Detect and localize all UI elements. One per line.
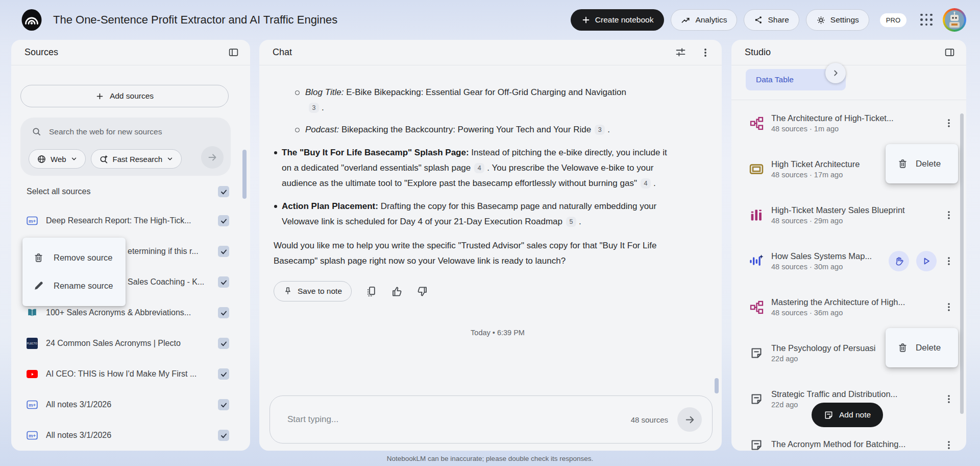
notebook-title[interactable]: The One-Sentence Profit Extractor and AI… (53, 13, 337, 27)
chat-sub-bullet: Blog Title: E-Bike Bikepacking: Essentia… (305, 85, 636, 115)
notebooklm-logo[interactable] (20, 9, 43, 31)
share-icon (754, 15, 763, 25)
source-checkbox[interactable] (218, 338, 229, 349)
studio-item[interactable]: The Architecture of High-Ticket...48 sou… (731, 100, 966, 146)
analytics-button[interactable]: Analytics (671, 9, 737, 31)
svg-text:m+: m+ (29, 402, 36, 408)
youtube-icon (27, 368, 38, 380)
pencil-icon (33, 281, 44, 291)
studio-panel: Studio Data Table The Architecture of Hi… (731, 40, 966, 451)
source-row[interactable]: AI CEO: THIS is How I'd Make My First ..… (11, 359, 250, 389)
frame-icon (749, 161, 764, 177)
gear-icon (816, 15, 826, 25)
source-checkbox[interactable] (218, 399, 229, 410)
sources-panel: Sources Add sources Search the web for n… (11, 40, 250, 451)
citation-badge[interactable]: 4 (474, 163, 484, 173)
web-search-card: Search the web for new sources Web Fast … (20, 118, 231, 176)
markdown-doc-icon: m+ (27, 430, 38, 441)
source-checkbox[interactable] (218, 276, 229, 288)
chevron-down-icon (70, 155, 78, 162)
chip-scroll-right-button[interactable] (825, 63, 846, 83)
select-all-label: Select all sources (27, 187, 90, 196)
note-icon (749, 437, 764, 451)
collapse-panel-icon[interactable] (944, 47, 955, 58)
pro-badge: PRO (880, 13, 906, 27)
more-options-icon[interactable] (944, 256, 954, 266)
research-mode-dropdown[interactable]: Fast Research (91, 149, 182, 169)
source-checkbox[interactable] (218, 246, 229, 257)
sources-panel-title: Sources (24, 47, 58, 58)
note-icon (749, 345, 764, 361)
citation-badge[interactable]: 5 (566, 217, 576, 227)
studio-item[interactable]: High-Ticket Mastery Sales Blueprint48 so… (731, 192, 966, 238)
sources-scrollbar[interactable] (242, 150, 247, 199)
play-icon[interactable] (916, 251, 937, 271)
copy-icon[interactable] (365, 286, 377, 297)
source-checkbox[interactable] (218, 368, 229, 380)
add-sources-button[interactable]: Add sources (20, 85, 229, 107)
top-bar: The One-Sentence Profit Extractor and AI… (0, 0, 980, 40)
settings-button[interactable]: Settings (806, 9, 869, 31)
source-count-label: 48 sources (631, 415, 668, 424)
share-button[interactable]: Share (744, 9, 799, 31)
remove-source-menu-item[interactable]: Remove source (22, 244, 126, 272)
delete-menu-item[interactable]: Delete (886, 328, 958, 367)
pin-icon (283, 287, 292, 296)
search-input[interactable]: Search the web for new sources (20, 118, 231, 136)
book-favicon (27, 307, 38, 318)
plus-icon (581, 15, 591, 25)
more-options-icon[interactable] (944, 394, 954, 404)
apps-grid-icon[interactable] (920, 14, 933, 27)
sparkle-search-icon (99, 154, 109, 164)
chat-bullet: Action Plan Placement: Drafting the copy… (282, 199, 679, 229)
more-options-icon[interactable] (944, 210, 954, 220)
more-options-icon[interactable] (700, 48, 710, 58)
chat-input[interactable]: Start typing... 48 sources (270, 395, 713, 444)
source-row[interactable]: m+ All notes 3/1/2026 (11, 420, 250, 451)
studio-scrollbar[interactable] (960, 113, 964, 414)
add-note-button[interactable]: Add note (812, 403, 883, 427)
send-button[interactable] (677, 407, 702, 432)
thumbs-down-icon[interactable] (416, 286, 428, 297)
chat-scrollbar[interactable] (715, 378, 719, 393)
search-placeholder: Search the web for new sources (49, 127, 162, 136)
svg-text:m+: m+ (29, 218, 36, 224)
citation-badge[interactable]: 3 (595, 125, 605, 135)
chat-input-placeholder: Start typing... (287, 414, 631, 425)
collapse-panel-icon[interactable] (228, 47, 239, 58)
avatar[interactable] (943, 8, 966, 32)
source-checkbox[interactable] (218, 215, 229, 226)
studio-item[interactable]: Mastering the Architecture of High...48 … (731, 284, 966, 330)
web-filter-dropdown[interactable]: Web (29, 149, 86, 169)
create-notebook-button[interactable]: Create notebook (571, 9, 665, 31)
chat-timestamp: Today • 6:39 PM (274, 325, 722, 340)
tune-icon[interactable] (675, 47, 686, 58)
flowchart-icon (749, 299, 764, 315)
citation-badge[interactable]: 3 (309, 103, 319, 113)
save-to-note-button[interactable]: Save to note (274, 281, 352, 301)
robot-avatar-image (945, 10, 964, 30)
source-checkbox[interactable] (218, 430, 229, 441)
studio-item[interactable]: How Sales Systems Map...48 sources · 30m… (731, 238, 966, 284)
disclaimer-text: NotebookLM can be inaccurate; please dou… (0, 455, 980, 462)
search-submit-button[interactable] (201, 146, 224, 169)
delete-menu-item[interactable]: Delete (886, 144, 958, 183)
chat-panel: Chat Blog Title: E-Bike Bikepacking: Ess… (259, 40, 722, 451)
source-row[interactable]: PLECTO 24 Common Sales Acronyms | Plecto (11, 328, 250, 359)
source-context-menu: Remove source Rename source (22, 238, 126, 306)
more-options-icon[interactable] (944, 440, 954, 450)
source-row[interactable]: m+ Deep Research Report: The High-Tick..… (11, 205, 250, 236)
source-row[interactable]: m+ All notes 3/1/2026 (11, 389, 250, 420)
thumbs-up-icon[interactable] (391, 286, 403, 297)
select-all-checkbox[interactable] (218, 186, 229, 197)
markdown-doc-icon: m+ (27, 399, 38, 410)
more-options-icon[interactable] (944, 118, 954, 128)
chat-closing-paragraph: Would you like me to help you write the … (274, 238, 701, 269)
interactive-mode-icon[interactable] (889, 251, 909, 271)
note-icon (749, 391, 764, 407)
chat-sub-bullet: Podcast: Bikepacking the Backcountry: Po… (305, 122, 636, 137)
citation-badge[interactable]: 4 (641, 178, 651, 189)
rename-source-menu-item[interactable]: Rename source (22, 272, 126, 300)
source-checkbox[interactable] (218, 307, 229, 318)
more-options-icon[interactable] (944, 302, 954, 312)
